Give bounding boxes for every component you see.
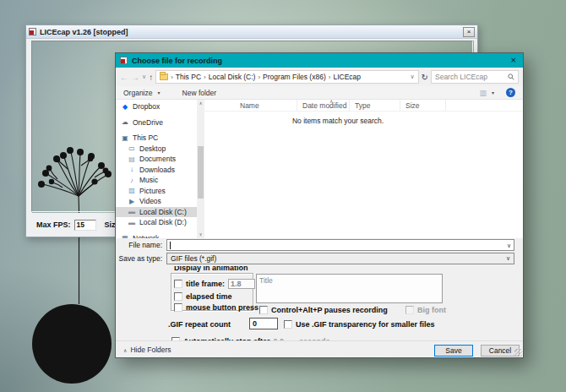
sidebar-item-label: OneDrive — [133, 118, 163, 127]
dialog-app-icon — [120, 57, 128, 64]
elapsed-time-checkbox[interactable] — [174, 292, 182, 301]
dropbox-icon: ◆ — [121, 103, 129, 111]
hide-folders-label: Hide Folders — [130, 346, 171, 354]
max-fps-label: Max FPS: — [36, 220, 71, 229]
views-dropdown-icon[interactable]: ▾ — [492, 90, 494, 95]
music-icon: ♪ — [128, 177, 136, 184]
help-icon[interactable]: ? — [506, 88, 515, 97]
empty-list-message: No items match your search. — [204, 117, 471, 125]
transparency-option: Use .GIF transparency for smaller files — [284, 320, 435, 329]
resize-grip[interactable] — [514, 349, 522, 357]
sidebar-item-label: Downloads — [139, 166, 175, 174]
big-font-option: Big font — [405, 306, 446, 314]
text-caret — [170, 242, 171, 249]
sidebar-item-this-pc[interactable]: ▣This PC — [116, 133, 197, 144]
sidebar-item-music[interactable]: ♪Music — [116, 175, 197, 186]
dialog-titlebar[interactable]: Choose file for recording × — [116, 53, 523, 68]
licecap-options: Display in animation title frame: 1.8 se… — [116, 266, 523, 342]
group-title: Display in animation — [172, 266, 250, 272]
sidebar-item-label: Videos — [139, 197, 161, 205]
breadcrumb-segment-licecap[interactable]: LICEcap — [333, 73, 361, 81]
save-as-type-label: Save as type: — [116, 254, 166, 263]
file-name-dropdown-icon[interactable]: ∨ — [507, 242, 511, 249]
save-button[interactable]: Save — [434, 345, 473, 357]
save-as-type-select[interactable]: GIF files (*.gif) ∨ — [166, 253, 514, 264]
search-icon — [508, 74, 514, 80]
breadcrumb-segment-program-files-x86[interactable]: Program Files (x86) — [263, 73, 326, 81]
breadcrumb-separator: › — [329, 74, 331, 81]
file-name-label: File name: — [116, 241, 166, 249]
sidebar-item-label: Local Disk (C:) — [139, 208, 187, 216]
scrollbar-thumb[interactable] — [198, 146, 204, 199]
file-name-input[interactable]: ∨ — [166, 239, 514, 251]
hide-folders-button[interactable]: ∧ Hide Folders — [123, 346, 171, 354]
licecap-titlebar[interactable]: LICEcap v1.26 [stopped] × — [26, 25, 477, 39]
videos-icon: ▶ — [128, 198, 136, 205]
title-frame-checkbox[interactable] — [174, 280, 182, 288]
licecap-close-icon[interactable]: × — [463, 27, 475, 37]
sidebar-item-local-disk-c[interactable]: ▬Local Disk (C:) — [116, 207, 197, 218]
sidebar-item-label: Network — [133, 234, 159, 238]
sidebar-item-label: This PC — [133, 133, 158, 142]
breadcrumb-segment-local-disk-c[interactable]: Local Disk (C:) — [209, 73, 256, 81]
pause-option: Control+Alt+P pauses recording — [259, 306, 388, 314]
back-icon[interactable]: ← — [120, 73, 128, 82]
onedrive-icon: ☁ — [121, 118, 129, 126]
pictures-icon: ▨ — [128, 187, 136, 194]
transparency-checkbox[interactable] — [284, 320, 292, 329]
sidebar-item-network[interactable]: ▦Network — [116, 233, 197, 239]
column-header-type[interactable]: Type — [350, 100, 400, 111]
address-bar[interactable]: › This PC›Local Disk (C:)›Program Files … — [155, 70, 418, 84]
pause-label: Control+Alt+P pauses recording — [271, 306, 388, 314]
sidebar-item-documents[interactable]: ▤Documents — [116, 154, 197, 165]
new-folder-button[interactable]: New folder — [182, 89, 217, 97]
sidebar-item-dropbox[interactable]: ◆Dropbox — [116, 101, 197, 112]
breadcrumb-separator: › — [171, 74, 173, 81]
mouse-button-checkbox[interactable] — [174, 303, 182, 312]
address-dropdown-icon[interactable]: ∨ — [410, 74, 414, 80]
sidebar-item-onedrive[interactable]: ☁OneDrive — [116, 117, 197, 128]
title-text-area[interactable]: Title — [256, 274, 443, 303]
dialog-title: Choose file for recording — [132, 57, 504, 65]
breadcrumb-segment-this-pc[interactable]: This PC — [176, 73, 201, 81]
mouse-button-label: mouse button press — [186, 303, 259, 312]
scrollbar-down-icon[interactable]: ∨ — [197, 231, 204, 238]
organize-dropdown-icon[interactable]: ▾ — [158, 90, 161, 95]
save-as-type-row: Save as type: GIF files (*.gif) ∨ — [116, 253, 523, 264]
dialog-close-icon[interactable]: × — [509, 54, 519, 67]
column-header-size[interactable]: Size — [400, 100, 446, 111]
max-fps-input[interactable]: 15 — [74, 220, 96, 231]
organize-button[interactable]: Organize — [123, 89, 153, 97]
local-disk-d-icon: ▬ — [128, 219, 136, 226]
pause-checkbox[interactable] — [259, 306, 268, 314]
save-as-type-value: GIF files (*.gif) — [171, 254, 506, 263]
sidebar-scrollbar[interactable]: ∧ ∨ — [197, 100, 204, 238]
up-icon[interactable]: ↑ — [149, 73, 153, 82]
views-icon[interactable]: ▥ — [479, 89, 487, 97]
column-header-name[interactable]: Name — [204, 100, 297, 111]
scrollbar-up-icon[interactable]: ∧ — [197, 100, 204, 107]
file-browser-area: ◆Dropbox☁OneDrive▣This PC▭Desktop▤Docume… — [116, 100, 523, 238]
refresh-icon[interactable]: ↻ — [422, 73, 428, 82]
sidebar-item-pictures[interactable]: ▨Pictures — [116, 186, 197, 197]
repeat-count-input[interactable]: 0 — [249, 318, 278, 329]
documents-icon: ▤ — [128, 155, 136, 163]
sidebar-item-videos[interactable]: ▶Videos — [116, 196, 197, 207]
search-box[interactable]: Search LICEcap — [431, 70, 519, 84]
sidebar-item-label: Desktop — [139, 144, 166, 153]
sort-ascending-icon: ∧ — [329, 98, 333, 104]
sidebar-item-label: Documents — [139, 155, 176, 163]
save-dialog: Choose file for recording × ← → ∨ ↑ › Th… — [115, 52, 524, 358]
recent-locations-icon[interactable]: ∨ — [142, 74, 146, 80]
save-as-type-dropdown-icon: ∨ — [506, 255, 510, 262]
big-font-checkbox — [405, 306, 414, 314]
sidebar-item-local-disk-d[interactable]: ▬Local Disk (D:) — [116, 217, 197, 228]
licecap-title: LICEcap v1.26 [stopped] — [40, 28, 460, 36]
network-icon: ▦ — [121, 234, 129, 238]
forward-icon[interactable]: → — [131, 73, 139, 82]
sidebar-item-downloads[interactable]: ↓Downloads — [116, 165, 197, 176]
file-name-row: File name: ∨ — [116, 239, 523, 251]
title-frame-seconds-input[interactable]: 1.8 — [228, 279, 255, 289]
column-header-date-modified[interactable]: Date modified — [297, 100, 350, 111]
sidebar-item-desktop[interactable]: ▭Desktop — [116, 144, 197, 155]
